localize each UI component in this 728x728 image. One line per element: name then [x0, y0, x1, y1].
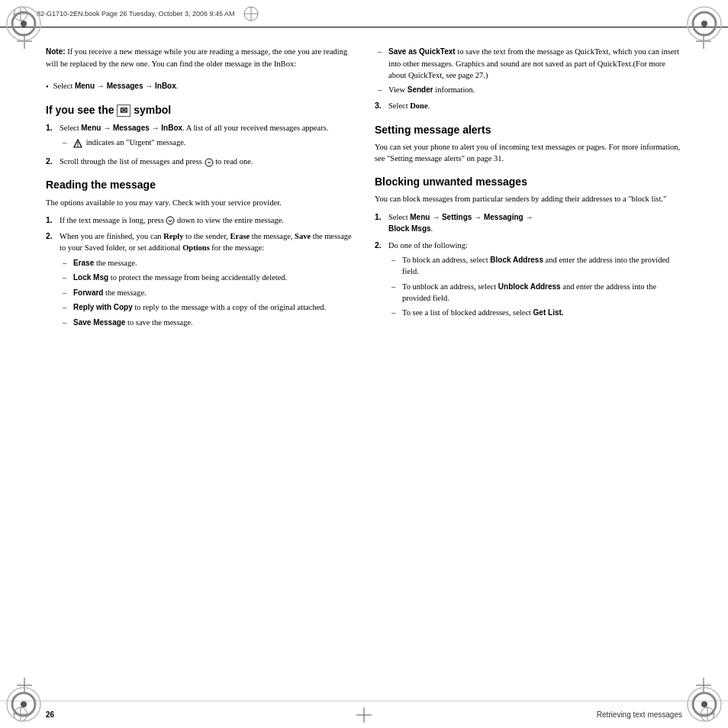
right-column: – Save as QuickText to save the text fro… [375, 38, 682, 690]
blocking-item-2: 2. Do one of the following: – To block a… [375, 240, 682, 322]
num-item-1: 1. Select Menu → Messages → InBox. A lis… [46, 122, 353, 152]
setting-alerts-text: You can set your phone to alert you of i… [375, 141, 682, 164]
svg-point-30 [21, 21, 27, 27]
sub-block-address: – To block an address, select Block Addr… [391, 254, 682, 278]
svg-point-39 [701, 701, 707, 707]
section-setting-alerts: Setting message alerts [375, 123, 682, 137]
header-bar: 82-G1710-2EN.book Page 26 Tuesday, Octob… [0, 0, 728, 27]
blocking-num-1-content: Select Menu → Settings → Messaging →Bloc… [388, 211, 682, 235]
step-3: 3. Select Done. [375, 100, 682, 111]
sub-item-urgent: – indicates an "Urgent" message. [63, 137, 353, 148]
num-1-content: Select Menu → Messages → InBox. A list o… [60, 122, 353, 152]
note-label: Note: [46, 47, 66, 56]
dash-icon: – [63, 137, 73, 148]
deco-circle-bl [5, 685, 43, 723]
svg-point-15 [166, 217, 174, 224]
reading-item-2: 2. When you are finished, you can Reply … [46, 230, 353, 331]
svg-point-12 [77, 145, 79, 147]
blocking-num-2-content: Do one of the following: – To block an a… [388, 240, 682, 322]
step-3-num: 3. [375, 100, 388, 111]
sub-save-message: – Save Message to save the message. [63, 317, 353, 329]
num-2-content: Scroll through the list of messages and … [60, 156, 353, 167]
note-box: Note: If you receive a new message while… [46, 46, 353, 69]
num-item-2: 2. Scroll through the list of messages a… [46, 156, 353, 167]
sub-view-sender: – View Sender information. [378, 84, 682, 96]
sub-save-quicktext: – Save as QuickText to save the text fro… [378, 46, 682, 81]
reading-item-1: 1. If the text message is long, press do… [46, 214, 353, 226]
header-text: 82-G1710-2EN.book Page 26 Tuesday, Octob… [37, 10, 235, 18]
blocking-intro: You can block messages from particular s… [375, 193, 682, 205]
note-text: If you receive a new message while you a… [46, 47, 347, 68]
blocking-num-2: 2. [375, 240, 388, 322]
footer-page-number: 26 [46, 710, 54, 719]
reading-intro: The options available to you may vary. C… [46, 197, 353, 208]
deco-circle-br [685, 685, 723, 723]
svg-point-36 [21, 701, 27, 707]
left-column: Note: If you receive a new message while… [46, 38, 353, 690]
footer-bar: 26 Retrieving text messages [0, 701, 728, 728]
svg-point-33 [701, 21, 707, 27]
blocking-num-1: 1. [375, 211, 388, 235]
sub-reply-with-copy: – Reply with Copy to reply to the messag… [63, 301, 353, 314]
footer-title: Retrieving text messages [597, 710, 682, 719]
sub-unblock-address: – To unblock an address, select Unblock … [391, 281, 682, 304]
main-content: Note: If you receive a new message while… [46, 38, 682, 690]
bullet-icon: • [46, 81, 49, 92]
reg-mark-header-right [243, 5, 259, 22]
step-3-content: Select Done. [388, 100, 682, 111]
section-blocking: Blocking unwanted messages [375, 175, 682, 188]
num-1: 1. [46, 122, 60, 152]
reading-num-2: 2. [46, 230, 60, 331]
bullet-text: Select Menu → Messages → InBox. [53, 80, 179, 92]
sub-urgent-text: indicates an "Urgent" message. [73, 137, 353, 148]
deco-circle-tr [685, 5, 723, 43]
deco-circle-tl [5, 5, 43, 43]
section-if-you-see: If you see the ✉ symbol [46, 103, 353, 118]
reading-num-2-content: When you are finished, you can Reply to … [60, 230, 353, 331]
reg-mark-footer-center [356, 707, 372, 723]
num-2: 2. [46, 156, 60, 167]
sub-forward: – Forward the message. [63, 287, 353, 299]
section-reading: Reading the message [46, 178, 353, 192]
sub-lock-msg: – Lock Msg to protect the message from b… [63, 272, 353, 284]
reading-num-1-content: If the text message is long, press down … [60, 214, 353, 226]
reading-num-1: 1. [46, 214, 60, 226]
sub-erase: – Erase the message. [63, 257, 353, 269]
sub-get-list: – To see a list of blocked addresses, se… [391, 307, 682, 319]
bullet-select-menu: • Select Menu → Messages → InBox. [46, 80, 353, 92]
continued-sub-list: – Save as QuickText to save the text fro… [378, 46, 682, 95]
page: 82-G1710-2EN.book Page 26 Tuesday, Octob… [0, 0, 728, 728]
blocking-item-1: 1. Select Menu → Settings → Messaging →B… [375, 211, 682, 235]
